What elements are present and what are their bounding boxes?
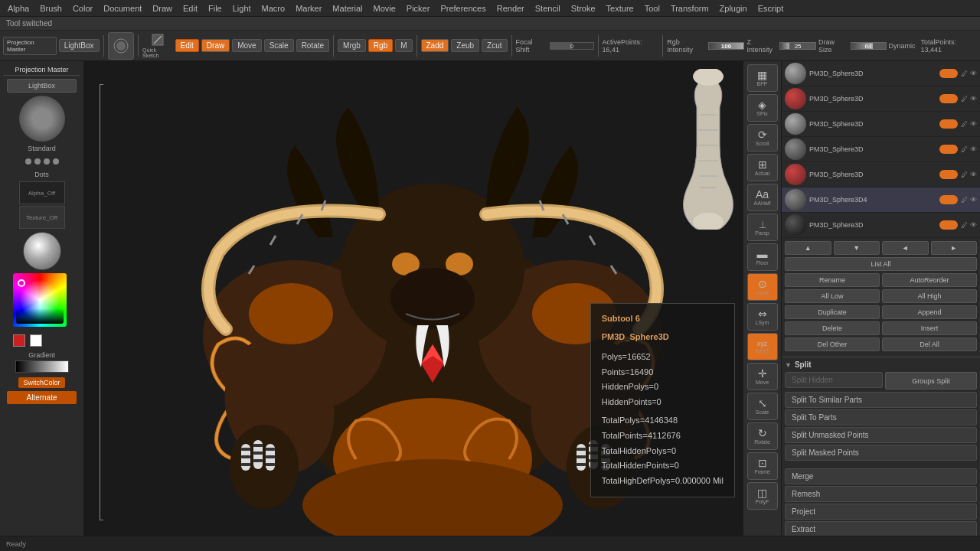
menu-escript[interactable]: Escript (753, 2, 789, 15)
split-masked-points-button[interactable]: Split Masked Points (785, 445, 977, 461)
menu-stroke[interactable]: Stroke (567, 2, 600, 15)
parsp-button[interactable]: ⟂ Parsp (747, 214, 778, 241)
zcut-button[interactable]: Zcut (482, 39, 507, 52)
bpp-button[interactable]: ▦ BPP (747, 64, 778, 92)
projection-master-button[interactable]: Projection Master (3, 37, 57, 55)
menu-brush[interactable]: Brush (35, 2, 67, 15)
up-arrow-button[interactable]: ▲ (785, 241, 831, 255)
menu-edit[interactable]: Edit (178, 2, 202, 15)
subtool-item-1[interactable]: PM3D_Sphere3D 🖊 👁 (782, 61, 980, 86)
color-picker-area[interactable] (13, 273, 71, 331)
down-arrow-button[interactable]: ▼ (834, 241, 880, 255)
actual-button[interactable]: ⊞ Actual (747, 154, 778, 181)
menu-draw[interactable]: Draw (148, 2, 177, 15)
menu-marker[interactable]: Marker (291, 2, 326, 15)
subtool-item-3[interactable]: PM3D_Sphere3D 🖊 👁 (782, 112, 980, 137)
rtmove-button[interactable]: ✛ Move (747, 363, 778, 390)
right-arrow-button[interactable]: ► (931, 241, 978, 255)
menu-picker[interactable]: Picker (402, 2, 435, 15)
edit-button[interactable]: Edit (175, 39, 199, 52)
local-button[interactable]: ⊙ Local (747, 273, 778, 301)
zadd-button[interactable]: Zadd (421, 39, 449, 52)
draw-size-slider[interactable]: 64 (851, 42, 887, 50)
menu-light[interactable]: Light (228, 2, 256, 15)
sxyz-button[interactable]: xyz SXYZ (747, 333, 778, 360)
secondary-color-swatch[interactable] (30, 334, 42, 347)
move-button[interactable]: Move (232, 39, 261, 52)
menu-zplugin[interactable]: Zplugin (715, 2, 752, 15)
subtool-toggle-4[interactable] (939, 145, 958, 154)
rtscale-button[interactable]: ⤡ Scale (747, 393, 778, 420)
z-intensity-slider[interactable]: 25 (779, 42, 816, 50)
subtool-item-4[interactable]: PM3D_Sphere3D 🖊 👁 (782, 137, 980, 162)
mrgb-button[interactable]: Mrgb (338, 39, 366, 52)
rgb-intensity-slider[interactable]: 100 (708, 42, 745, 50)
scroll-button[interactable]: ⟳ Scroll (747, 124, 778, 152)
menu-alpha[interactable]: Alpha (3, 2, 34, 15)
m-button[interactable]: M (395, 39, 412, 52)
menu-preferences[interactable]: Preferences (436, 2, 490, 15)
lsym-button[interactable]: ⇔ LSym (747, 303, 778, 331)
left-arrow-button[interactable]: ◄ (882, 241, 929, 255)
focal-shift-slider[interactable]: 0 (550, 42, 593, 50)
menu-movie[interactable]: Movie (368, 2, 400, 15)
frame-button[interactable]: ⊡ Frame (747, 452, 778, 480)
brush-icon-button[interactable] (108, 32, 135, 60)
subtool-item-2[interactable]: PM3D_Sphere3D 🖊 👁 (782, 86, 980, 112)
main-canvas[interactable]: Subtool 6 PM3D_Sphere3D Polys=16652 Poin… (84, 61, 781, 536)
delete-button[interactable]: Delete (785, 321, 880, 335)
all-low-button[interactable]: All Low (785, 289, 880, 303)
aahalf-button[interactable]: Aa AAHalf (747, 184, 778, 211)
menu-transform[interactable]: Transform (666, 2, 714, 15)
groups-split-button[interactable]: Groups Split (885, 372, 977, 390)
lightbox-button[interactable]: LightBox (59, 39, 100, 52)
subtool-toggle-6[interactable] (939, 195, 958, 204)
subtool-toggle-3[interactable] (939, 119, 958, 129)
menu-texture[interactable]: Texture (602, 2, 639, 15)
scale-button[interactable]: Scale (264, 39, 294, 52)
insert-button[interactable]: Insert (882, 321, 977, 335)
alpha-preview[interactable]: Alpha_Off (19, 181, 65, 204)
menu-macro[interactable]: Macro (257, 2, 290, 15)
menu-tool[interactable]: Tool (640, 2, 665, 15)
menu-document[interactable]: Document (99, 2, 146, 15)
polyf-button[interactable]: ◫ PolyF (747, 482, 778, 510)
append-button[interactable]: Append (882, 305, 977, 319)
menu-material[interactable]: Material (328, 2, 367, 15)
zeub-button[interactable]: Zeub (451, 39, 479, 52)
split-unmasked-points-button[interactable]: Split Unmasked Points (785, 427, 977, 443)
all-high-button[interactable]: All High (882, 289, 977, 303)
split-expand-icon[interactable]: ▼ (785, 361, 792, 369)
gradient-bar[interactable] (15, 360, 69, 373)
menu-color[interactable]: Color (68, 2, 97, 15)
switch-color-button[interactable]: SwitchColor (18, 377, 64, 388)
rename-button[interactable]: Rename (785, 273, 880, 287)
menu-stencil[interactable]: Stencil (531, 2, 565, 15)
floor-button[interactable]: ▬ Floor (747, 243, 778, 271)
extract-button[interactable]: Extract (785, 521, 977, 536)
split-to-similar-parts-button[interactable]: Split To Similar Parts (785, 392, 977, 408)
rtrotate-button[interactable]: ↻ Rotate (747, 422, 778, 450)
material-preview[interactable] (23, 232, 61, 270)
subtool-item-6[interactable]: PM3D_Sphere3D4 🖊 👁 (782, 187, 980, 213)
spix-button[interactable]: ◈ SPix (747, 94, 778, 122)
subtool-toggle-1[interactable] (939, 69, 958, 78)
auto-reorder-button[interactable]: AutoReorder (882, 273, 977, 287)
merge-button[interactable]: Merge (785, 468, 977, 484)
remesh-button[interactable]: Remesh (785, 486, 977, 502)
lightbox-panel-button[interactable]: LightBox (7, 79, 77, 93)
subtool-item-7[interactable]: PM3D_Sphere3D 🖊 👁 (782, 213, 980, 238)
duplicate-button[interactable]: Duplicate (785, 305, 880, 319)
list-all-button[interactable]: List All (785, 257, 977, 271)
del-all-button[interactable]: Del All (882, 337, 977, 351)
split-to-parts-button[interactable]: Split To Parts (785, 409, 977, 425)
del-other-button[interactable]: Del Other (785, 337, 880, 351)
subtool-toggle-5[interactable] (939, 170, 958, 179)
texture-preview[interactable]: Texture_Off (19, 206, 65, 229)
rgb-button[interactable]: Rgb (368, 39, 393, 52)
project-button[interactable]: Project (785, 504, 977, 520)
draw-button[interactable]: Draw (201, 39, 230, 52)
subtool-toggle-7[interactable] (939, 220, 958, 230)
menu-render[interactable]: Render (492, 2, 529, 15)
primary-color-swatch[interactable] (13, 334, 25, 347)
